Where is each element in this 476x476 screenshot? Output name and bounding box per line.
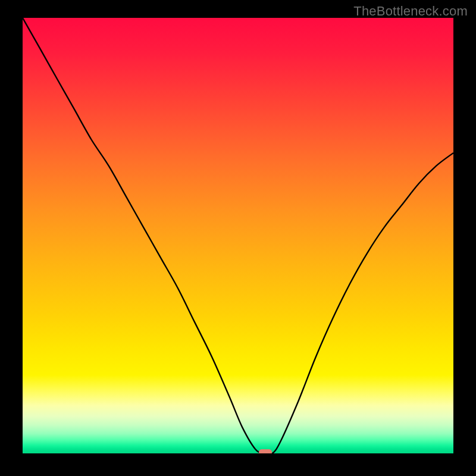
chart-frame: TheBottleneck.com [0,0,476,476]
watermark-text: TheBottleneck.com [353,4,468,19]
minimum-marker [259,449,272,453]
bottleneck-curve [23,18,453,453]
curve-path [23,18,453,453]
plot-area [23,18,453,453]
